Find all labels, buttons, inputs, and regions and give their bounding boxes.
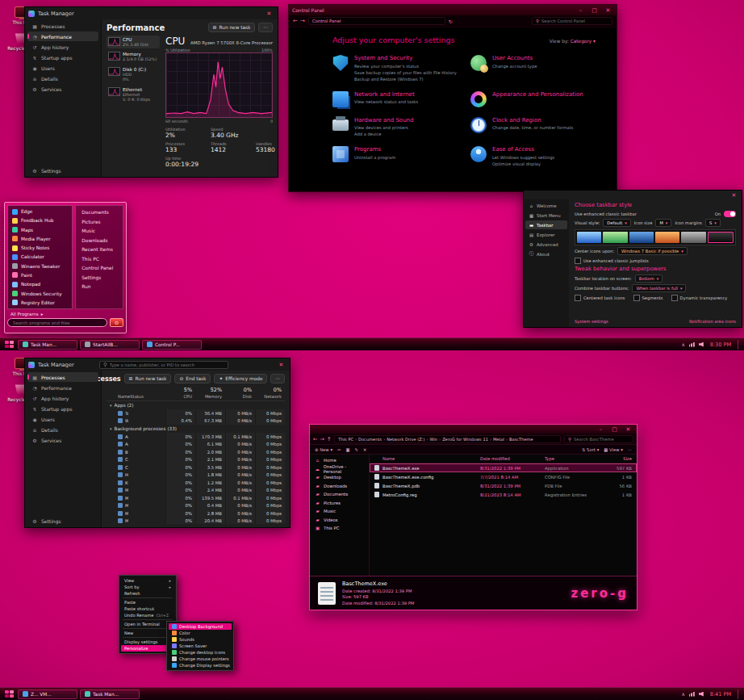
icon-margins-select[interactable]: S▾: [705, 219, 721, 227]
sab-nav-item[interactable]: ⌂ Welcome: [525, 201, 567, 210]
more-button[interactable]: ···: [628, 447, 632, 452]
visual-style-select[interactable]: Default▾: [603, 219, 630, 227]
category-item[interactable]: Hardware and Sound View devices and prin…: [332, 117, 458, 137]
cut-button[interactable]: ✂: [337, 447, 341, 452]
option-checkbox[interactable]: Dynamic transparency: [671, 295, 728, 301]
taskbar-clock[interactable]: 8:41 PM: [708, 691, 734, 698]
volume-icon[interactable]: [699, 692, 704, 697]
category-link[interactable]: Change account type: [492, 64, 537, 69]
sidebar-item[interactable]: ⚙ Services: [27, 435, 98, 445]
tray-expand-icon[interactable]: ∧: [681, 691, 684, 697]
maximize-button[interactable]: ▢: [589, 7, 600, 14]
breadcrumb-segment[interactable]: Network Drive (Z:)›: [387, 437, 428, 442]
nav-item[interactable]: ▰ Pictures: [310, 499, 369, 508]
start-menu-place[interactable]: This PC: [77, 255, 121, 264]
nav-item[interactable]: ▰ Documents: [310, 490, 369, 499]
minimize-button[interactable]: –: [596, 426, 606, 433]
category-title[interactable]: Network and Internet: [354, 91, 415, 98]
sab-nav-item[interactable]: ▦ Start Menu: [525, 211, 567, 220]
taskbar-style-previews[interactable]: [575, 229, 736, 245]
start-menu-place[interactable]: Pictures: [77, 218, 121, 227]
perf-card[interactable]: EthernetEthernet S: 0 R: 0 Kbps: [107, 86, 160, 104]
maximize-button[interactable]: ▢: [609, 426, 620, 433]
column-date-modified[interactable]: Date modified: [480, 456, 545, 461]
sidebar-item[interactable]: ▦ Processes: [27, 21, 98, 31]
file-row[interactable]: BascThemeX.exe 8/31/2022 1:39 PM Applica…: [370, 463, 637, 472]
column-stat[interactable]: 5%CPU: [165, 387, 195, 399]
sort-button[interactable]: ⇅ Sort ▾: [582, 447, 599, 452]
close-button[interactable]: ✕: [264, 10, 274, 17]
delete-button[interactable]: ✕: [363, 447, 366, 452]
start-menu-place[interactable]: Recent Items: [77, 245, 121, 254]
all-programs-button[interactable]: All Programs▸: [7, 312, 123, 316]
nav-item[interactable]: ▰ Desktop: [310, 473, 369, 482]
nav-item[interactable]: ▰ Videos: [310, 516, 369, 525]
context-menu-item[interactable]: ▸: [123, 637, 173, 638]
taskbar-clock[interactable]: 8:30 PM: [708, 342, 734, 348]
context-menu-item[interactable]: View ▸: [121, 577, 174, 584]
nav-item[interactable]: ▰ Music: [310, 507, 369, 516]
start-menu-place[interactable]: Music: [77, 227, 121, 236]
process-row[interactable]: Microsoft Edge Update ... 0% 0.4 MB 0 MB…: [107, 502, 285, 510]
submenu-item[interactable]: Change mouse pointers: [169, 656, 232, 662]
start-menu-app[interactable]: Registry Editor: [10, 299, 70, 307]
category-item[interactable]: Programs Uninstall a program: [332, 146, 458, 166]
sidebar-item[interactable]: ⚙ Services: [27, 84, 98, 94]
process-row[interactable]: Microsoft Network Real... 0% 2.8 MB 0 MB…: [107, 509, 285, 518]
process-row[interactable]: COM Surrogate 0% 2.1 MB 0 MB/s 0 Mbps: [107, 456, 285, 464]
view-button[interactable]: ▤ View ▾: [604, 447, 623, 452]
breadcrumb-segment[interactable]: BascTheme›: [509, 437, 533, 442]
back-button[interactable]: ←: [293, 18, 298, 24]
context-menu-item[interactable]: ▸: [123, 619, 173, 620]
process-search-box[interactable]: ⚲: [99, 361, 228, 369]
start-menu-place[interactable]: Settings: [77, 274, 121, 283]
process-row[interactable]: Application Frame Host 0% 6.1 MB 0 MB/s …: [107, 441, 285, 449]
titlebar[interactable]: Task Manager ✕: [25, 7, 278, 19]
process-row[interactable]: KMS Server Emulator S... 0% 1.2 MB 0 MB/…: [107, 479, 285, 487]
style-thumbnail[interactable]: [603, 232, 627, 243]
sab-nav-item[interactable]: ▤ Explorer: [525, 230, 567, 239]
taskbar-app-button[interactable]: Control P...: [142, 340, 202, 350]
jumplists-checkbox[interactable]: Use enhanced classic jumplists: [575, 258, 736, 264]
process-row[interactable]: Microsoft Windows Sear... 0% 20.4 MB 0 M…: [107, 518, 285, 525]
close-button[interactable]: ✕: [623, 426, 633, 433]
view-by-control[interactable]: View by: Category ▾: [550, 39, 596, 44]
column-status[interactable]: Status: [130, 394, 165, 399]
start-search-input[interactable]: [7, 318, 107, 327]
sidebar-item[interactable]: ◔ Performance: [27, 31, 98, 41]
file-row[interactable]: BascThemeX.exe.config 7/7/2021 8:14 AM C…: [370, 472, 637, 481]
category-link[interactable]: View devices and printers: [354, 125, 413, 130]
taskbar-app-button[interactable]: Z... VM...: [18, 690, 77, 699]
sidebar-item[interactable]: ≡ Details: [27, 73, 98, 83]
category-link[interactable]: Backup and Restore (Windows 7): [354, 77, 457, 82]
start-menu-place[interactable]: Run: [77, 283, 121, 291]
category-link[interactable]: Let Windows suggest settings: [492, 155, 554, 160]
close-button[interactable]: ✕: [729, 192, 739, 199]
start-menu-app[interactable]: Calculator: [10, 253, 70, 261]
titlebar[interactable]: ✕: [524, 191, 742, 199]
context-menu-item[interactable]: Undo Rename Ctrl+Z ▸: [121, 612, 174, 618]
sab-nav-item[interactable]: ⚙ Advanced: [525, 240, 567, 249]
process-row[interactable]: Microsoft Edge (6) 0% 139.5 MB 0.1 MB/s …: [107, 494, 285, 502]
category-title[interactable]: Ease of Access: [492, 146, 534, 153]
sidebar-item[interactable]: ↺ App history: [27, 42, 98, 52]
taskbar-app-button[interactable]: Task Man...: [18, 340, 77, 350]
taskbar-app-button[interactable]: StartAllB...: [80, 340, 140, 350]
taskbar-location-select[interactable]: Bottom▾: [635, 275, 663, 283]
submenu-item[interactable]: Color: [169, 630, 232, 636]
close-button[interactable]: ✕: [603, 7, 613, 14]
category-item[interactable]: Appearance and Personalization: [470, 91, 596, 107]
start-menu-app[interactable]: Edge: [10, 207, 70, 216]
submenu-item[interactable]: Change Display settings: [169, 662, 232, 669]
option-checkbox[interactable]: Centered task icons: [575, 295, 625, 301]
show-desktop-button[interactable]: [738, 690, 741, 699]
context-menu-item[interactable]: Refresh ▸: [121, 590, 174, 597]
sidebar-item[interactable]: ▦ Processes: [27, 372, 98, 382]
process-group-header[interactable]: ▾Apps (2): [107, 401, 285, 409]
sidebar-item[interactable]: ↯ Startup apps: [27, 52, 98, 62]
search-box[interactable]: ⚲: [532, 17, 612, 25]
start-menu-app[interactable]: Winaero Tweaker: [10, 262, 70, 270]
settings-link[interactable]: System settings: [575, 319, 608, 324]
show-desktop-button[interactable]: [738, 340, 741, 350]
sidebar-item[interactable]: ↯ Startup apps: [27, 404, 98, 413]
